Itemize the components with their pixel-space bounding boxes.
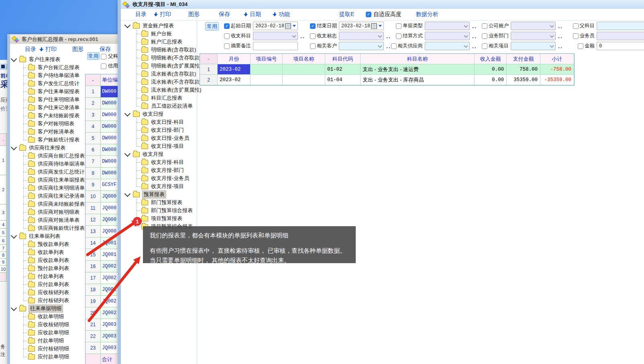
- chevron-down-icon[interactable]: [124, 110, 131, 117]
- tree-item[interactable]: 收支月报-部门: [121, 166, 197, 174]
- tree-group[interactable]: 收支月报: [121, 150, 197, 158]
- table-cell[interactable]: [283, 64, 325, 75]
- tree-item[interactable]: 付款单列表: [10, 272, 86, 280]
- toolbar-graph-button[interactable]: 图形: [188, 11, 200, 18]
- table-cell[interactable]: 01-04: [325, 75, 361, 85]
- table-cell[interactable]: 支出 - 业务支出 - 库存商品: [361, 75, 475, 85]
- table-cell[interactable]: 758.00: [507, 64, 540, 75]
- tree-item[interactable]: 应付款单列表: [10, 280, 86, 288]
- grid-row[interactable]: 18JQ002: [86, 284, 121, 296]
- browse-dots-button[interactable]: ..: [300, 33, 305, 39]
- tree-group[interactable]: 客户往来报表: [10, 55, 86, 63]
- tree-item[interactable]: 收款单列表: [10, 248, 86, 256]
- tree-item[interactable]: 客户账龄统计报表: [10, 136, 86, 144]
- chevron-down-icon[interactable]: [124, 191, 131, 197]
- main-window-titlebar[interactable]: 收支月报-项目 - MI_034: [121, 0, 644, 9]
- filter-input-amount[interactable]: 0: [597, 42, 644, 50]
- tree-item[interactable]: 供应商待结单据清单: [10, 160, 86, 168]
- tree-item[interactable]: 预收款单列表: [10, 240, 86, 248]
- tree-item[interactable]: 收支日报-部门: [121, 126, 197, 134]
- tree-item[interactable]: 客户往来单据报表: [10, 88, 86, 96]
- left-credit-checkbox[interactable]: [101, 63, 106, 69]
- filter-checkbox-doc-type[interactable]: [396, 23, 401, 29]
- tree-item[interactable]: 明细账表(含扩展属性): [121, 62, 197, 70]
- tree-item[interactable]: 项目预算报表: [121, 215, 197, 223]
- filter-select-inout-subject[interactable]: [253, 32, 298, 40]
- tree-item[interactable]: 流水账表(含扩展属性): [121, 86, 197, 94]
- filter-input-parent-subject[interactable]: [597, 22, 644, 30]
- tree-item[interactable]: 账户汇总报表: [121, 38, 197, 46]
- filter-select-inout-flag[interactable]: [339, 32, 384, 40]
- tree-item[interactable]: 供应商账龄统计报表: [10, 224, 86, 232]
- browse-dots-button[interactable]: ..: [472, 43, 477, 49]
- filter-select-related-customer[interactable]: [339, 42, 384, 50]
- table-cell[interactable]: [251, 64, 283, 75]
- filter-checkbox-inout-flag[interactable]: [310, 33, 316, 39]
- autofit-checkbox[interactable]: [366, 12, 371, 17]
- tree-item[interactable]: 供应商往来单据报表: [10, 176, 86, 184]
- grid-row[interactable]: 23JQ003: [86, 342, 121, 354]
- table-cell[interactable]: 2023-02: [218, 75, 251, 85]
- table-cell[interactable]: -758.00: [540, 64, 574, 75]
- grid-row[interactable]: 20JQ002: [86, 307, 121, 319]
- browse-dots-button[interactable]: ..: [558, 33, 563, 39]
- table-cell[interactable]: 0.00: [475, 75, 507, 85]
- tree-group[interactable]: 预算报表: [121, 190, 197, 198]
- lw-toolbar-save-button[interactable]: 保存: [100, 46, 111, 53]
- table-row[interactable]: 22023-0201-04支出 - 业务支出 - 库存商品0.0035359.0…: [200, 75, 574, 85]
- tree-item[interactable]: 应收核销明细: [10, 321, 86, 329]
- browse-dots-button[interactable]: ..: [472, 23, 477, 29]
- toolbar-data-analysis-button[interactable]: 数据分析: [416, 11, 438, 18]
- browse-dots-button[interactable]: ..: [558, 43, 563, 49]
- browse-dots-button[interactable]: ..: [386, 33, 391, 39]
- tree-item[interactable]: 客户往来明细清单: [10, 96, 86, 104]
- tree-item[interactable]: 应付核销列表: [10, 297, 86, 305]
- chevron-down-icon[interactable]: [11, 56, 17, 62]
- tree-item[interactable]: 收支日报-业务员: [121, 134, 197, 142]
- tree-item[interactable]: 部门预算综合报表: [121, 207, 197, 215]
- tree-item[interactable]: 应收款单列表: [10, 256, 86, 264]
- tree-item[interactable]: 客户未结账龄报表: [10, 112, 86, 120]
- tree-item[interactable]: 收支月报-科目: [121, 158, 197, 166]
- filter-checkbox-amount[interactable]: [578, 43, 583, 49]
- left-common-button[interactable]: 常用: [87, 52, 100, 60]
- chevron-down-icon[interactable]: [11, 233, 17, 239]
- filter-checkbox-start-date[interactable]: [224, 23, 230, 29]
- filter-checkbox-salesman[interactable]: [573, 33, 579, 39]
- tree-item[interactable]: 客户对账明细表: [10, 120, 86, 128]
- tree-group[interactable]: 资金账户报表: [121, 22, 197, 30]
- left-window-titlebar[interactable]: 客户台账汇总报表 - rep.recv.001: [10, 35, 121, 44]
- filter-checkbox-settle-method[interactable]: [396, 33, 401, 39]
- filter-checkbox-company-account[interactable]: [482, 23, 487, 29]
- tree-item[interactable]: 客户台账汇总报表: [10, 63, 86, 72]
- grid-row[interactable]: 17JQ002: [86, 272, 121, 284]
- tree-item[interactable]: 应付款单明细: [10, 353, 86, 361]
- filter-checkbox-inout-subject[interactable]: [224, 33, 230, 39]
- filter-select-business-dept[interactable]: [511, 32, 556, 40]
- grid-row[interactable]: 1DW000: [86, 86, 121, 98]
- toolbar-function-button[interactable]: 功能: [273, 11, 290, 18]
- toolbar-date-button[interactable]: 日期: [244, 11, 261, 18]
- grid-row[interactable]: 19JQ002: [86, 296, 121, 307]
- tree-item[interactable]: 收支月报-项目: [121, 182, 197, 190]
- tree-item[interactable]: 客户待结单据清单: [10, 72, 86, 80]
- tree-item[interactable]: 应付核销明细: [10, 345, 86, 353]
- table-row[interactable]: 12023-0201-02支出 - 业务支出 - 速运费0.00758.00-7…: [200, 64, 574, 75]
- tree-group[interactable]: 收支日报: [121, 110, 197, 118]
- grid-row[interactable]: 10JQ000: [86, 191, 121, 202]
- grid-row[interactable]: 4DW000: [86, 121, 121, 133]
- tree-item[interactable]: 供应商往来记录清单: [10, 192, 86, 200]
- grid-row[interactable]: 14JQ001: [86, 237, 121, 249]
- tree-item[interactable]: 客户对账清单表: [10, 128, 86, 136]
- tree-group[interactable]: 往来单据列表: [10, 232, 86, 240]
- table-cell[interactable]: [251, 75, 283, 85]
- filter-checkbox-related-customer[interactable]: [310, 43, 316, 49]
- lw-toolbar-print-button[interactable]: 打印: [39, 46, 57, 53]
- tree-item[interactable]: 收款单明细: [10, 313, 86, 321]
- filter-select-company-account[interactable]: [511, 22, 556, 30]
- tree-item[interactable]: 收支日报-项目: [121, 142, 197, 150]
- table-cell[interactable]: 35359.00: [507, 75, 540, 85]
- tree-item[interactable]: 员工借款还款清单: [121, 102, 197, 110]
- table-cell[interactable]: 0.00: [475, 64, 507, 75]
- tree-group[interactable]: 供应商往来报表: [10, 144, 86, 152]
